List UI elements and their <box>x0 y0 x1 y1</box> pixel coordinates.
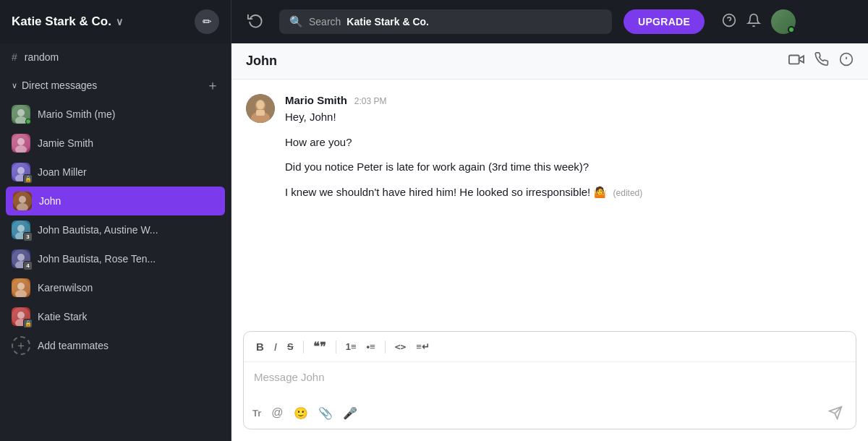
indent-button[interactable]: ≡↵ <box>412 339 433 354</box>
add-teammates-item[interactable]: ＋ Add teammates <box>0 331 231 360</box>
dm-avatar-wrapper <box>12 278 30 297</box>
sidebar-dm-item[interactable]: 🔒Joan Miller <box>0 158 231 187</box>
search-placeholder: Search <box>309 16 341 27</box>
message-input-area: B I S ❝❞ 1≡ •≡ <> ≡↵ Message John Tr @ 🙂 <box>243 331 856 429</box>
dm-item-label: Joan Miller <box>38 166 87 178</box>
add-teammates-label: Add teammates <box>38 340 109 351</box>
history-icon <box>247 12 263 28</box>
dm-badge: 3 <box>23 232 33 241</box>
svg-marker-27 <box>799 56 804 62</box>
bell-icon <box>746 13 761 27</box>
quote-button[interactable]: ❝❞ <box>310 338 330 356</box>
online-dot <box>25 119 31 124</box>
phone-icon <box>814 52 829 67</box>
dm-item-label: Jamie Smith <box>38 137 93 149</box>
online-status-dot <box>788 26 795 33</box>
dm-avatar <box>13 192 32 210</box>
upgrade-button[interactable]: UPGRADE <box>624 9 705 34</box>
dm-avatar-wrapper: 🔒 <box>12 307 30 326</box>
sidebar-item-random[interactable]: # random <box>0 46 231 68</box>
video-call-button[interactable] <box>788 53 804 69</box>
user-avatar-header[interactable] <box>771 9 796 34</box>
message-line-3: Did you notice Peter is late for work ag… <box>285 159 854 176</box>
unordered-list-button[interactable]: •≡ <box>363 339 379 354</box>
svg-point-34 <box>257 100 265 110</box>
message-line-1: Hey, John! <box>285 109 854 126</box>
search-workspace-name: Katie Stark & Co. <box>346 16 429 27</box>
audio-button[interactable]: 🎤 <box>343 406 357 420</box>
toolbar-separator-3 <box>385 341 386 354</box>
dm-avatar-wrapper <box>13 192 32 210</box>
message-content: Mario Smith 2:03 PM Hey, John! How are y… <box>285 94 854 202</box>
svg-point-18 <box>17 254 25 261</box>
code-button[interactable]: <> <box>391 339 410 354</box>
message-line-2: How are you? <box>285 134 854 151</box>
italic-button[interactable]: I <box>271 338 281 355</box>
svg-point-3 <box>17 109 25 116</box>
dm-item-label: John Bautista, Austine W... <box>38 224 158 236</box>
message-avatar <box>246 94 275 123</box>
add-dm-button[interactable]: ＋ <box>206 77 219 94</box>
input-footer: Tr @ 🙂 📎 🎤 <box>244 397 856 429</box>
chat-title: John <box>246 53 277 69</box>
dm-avatar <box>12 278 30 297</box>
message-sender: Mario Smith <box>285 94 347 106</box>
mention-button[interactable]: @ <box>271 406 283 419</box>
svg-point-12 <box>19 196 26 203</box>
workspace-name[interactable]: Katie Stark & Co. ∨ <box>12 14 123 29</box>
formatting-toolbar: B I S ❝❞ 1≡ •≡ <> ≡↵ <box>244 332 856 362</box>
sidebar-dm-item[interactable]: 🔒Katie Stark <box>0 302 231 331</box>
text-format-button[interactable]: Tr <box>252 408 261 419</box>
sidebar-dm-item[interactable]: Mario Smith (me) <box>0 100 231 129</box>
sidebar-dm-item[interactable]: 3John Bautista, Austine W... <box>0 215 231 244</box>
svg-point-21 <box>17 283 25 290</box>
message-time: 2:03 PM <box>354 96 387 106</box>
svg-rect-26 <box>789 56 799 64</box>
message-input[interactable]: Message John <box>244 362 856 397</box>
message-placeholder: Message John <box>254 371 325 383</box>
search-icon: 🔍 <box>289 15 303 28</box>
avatar-face <box>246 94 275 123</box>
attach-button[interactable]: 📎 <box>318 406 333 420</box>
dm-avatar <box>12 134 30 153</box>
svg-point-6 <box>17 138 25 145</box>
send-icon <box>828 406 843 420</box>
svg-point-15 <box>17 225 25 232</box>
dm-avatar-wrapper <box>12 105 30 124</box>
add-teammates-icon: ＋ <box>12 336 30 355</box>
dm-avatar-wrapper <box>12 134 30 153</box>
history-button[interactable] <box>243 8 268 36</box>
emoji-button[interactable]: 🙂 <box>294 406 308 420</box>
message-line-4: I knew we shouldn't have hired him! He l… <box>285 184 854 201</box>
sidebar-dm-item[interactable]: Karenwilson <box>0 273 231 302</box>
strikethrough-button[interactable]: S <box>284 339 297 354</box>
sidebar-dm-item[interactable]: Jamie Smith <box>0 129 231 158</box>
dm-badge: 🔒 <box>23 174 33 184</box>
send-button[interactable] <box>824 401 847 424</box>
edit-button[interactable]: ✏ <box>195 9 219 34</box>
dm-avatar-wrapper: 🔒 <box>12 163 30 181</box>
notifications-button[interactable] <box>746 13 761 31</box>
bold-button[interactable]: B <box>252 338 268 355</box>
dm-item-label: Mario Smith (me) <box>38 108 115 120</box>
info-icon <box>839 52 854 67</box>
dm-avatar-wrapper: 4 <box>12 249 30 268</box>
workspace-chevron-icon: ∨ <box>116 16 123 27</box>
dm-badge: 4 <box>23 261 33 270</box>
ordered-list-button[interactable]: 1≡ <box>342 339 360 354</box>
phone-call-button[interactable] <box>814 52 829 70</box>
sidebar-dm-item[interactable]: John <box>6 187 225 215</box>
help-icon <box>722 13 736 27</box>
video-icon <box>788 53 804 66</box>
search-bar[interactable]: 🔍 Search Katie Stark & Co. <box>279 9 612 34</box>
dm-item-label: Karenwilson <box>38 282 93 294</box>
svg-rect-35 <box>256 110 265 116</box>
help-button[interactable] <box>722 13 736 31</box>
dm-section-header[interactable]: ∨ Direct messages ＋ <box>0 71 231 100</box>
dm-badge: 🔒 <box>23 319 33 328</box>
sidebar-random-label: random <box>25 51 59 63</box>
messages-area: Mario Smith 2:03 PM Hey, John! How are y… <box>231 80 868 331</box>
sidebar-dm-item[interactable]: 4John Bautista, Rose Ten... <box>0 244 231 273</box>
dm-item-label: John <box>39 195 61 207</box>
info-button[interactable] <box>839 52 854 70</box>
